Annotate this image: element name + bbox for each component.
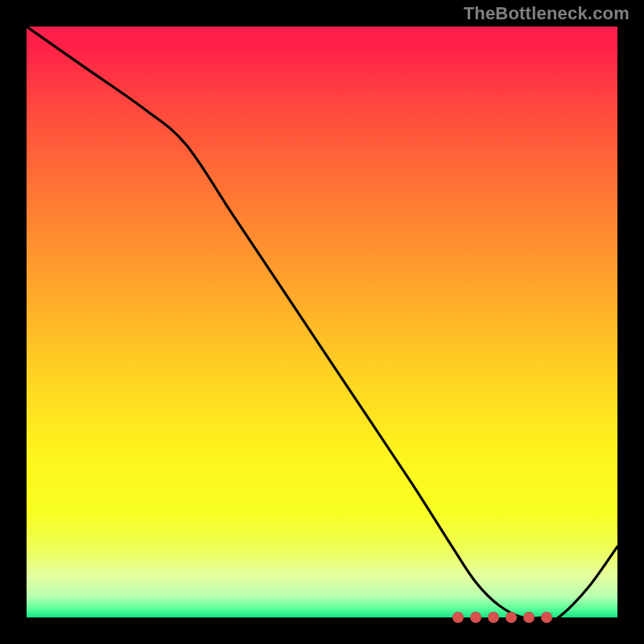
chart-stage: TheBottleneck.com: [0, 0, 644, 644]
optimal-marker: [452, 612, 464, 623]
optimal-marker: [506, 612, 517, 623]
watermark-text: TheBottleneck.com: [464, 3, 630, 24]
optimal-marker: [541, 612, 552, 623]
plot-area: [27, 27, 617, 617]
optimal-marker: [470, 612, 481, 623]
optimal-marker: [523, 612, 535, 623]
optimal-marker: [488, 612, 499, 623]
line-curve: [27, 27, 617, 617]
